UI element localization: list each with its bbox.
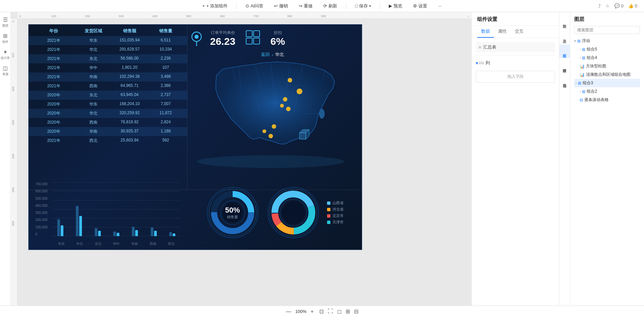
fit-screen-tool[interactable]: ⛶ — [327, 308, 334, 315]
floating-label: 浮动 — [582, 38, 590, 44]
table-row: 2020年东北63,945.042,737 — [29, 91, 187, 100]
table-cell: 2020年 — [32, 110, 76, 116]
table-cell: 2,236 — [148, 56, 184, 62]
layer-group2[interactable]: › ⊞ 组合2 — [574, 87, 640, 96]
donut1-center: 50% 销售量 — [225, 206, 240, 220]
ruler-tool[interactable]: ⊟ — [353, 308, 359, 315]
settings-btn[interactable]: ⚙ 设置 — [411, 0, 429, 12]
layers-icon: ☰ — [3, 17, 8, 23]
donut1-wrapper: 50% 销售量 — [206, 186, 260, 240]
actual-size-tool[interactable]: ◻ — [336, 308, 343, 315]
dashboard-canvas[interactable]: 年份 发货区域 销售额 销售量 2021年华东151,035.946,51120… — [28, 24, 362, 250]
table-cell: 2021年 — [32, 56, 76, 62]
star-icon[interactable]: ☆ — [606, 3, 610, 8]
table-cell: 2020年 — [32, 129, 76, 134]
save-btn[interactable]: □ 保存 ▾ — [353, 0, 373, 12]
comp-settings-body: ≡ 汇总表 ▾ iii 列 拖入字段 — [472, 38, 559, 317]
table-cell: 592 — [148, 138, 184, 144]
table-cell: 1,801.20 — [112, 65, 148, 71]
zoom-out-btn[interactable]: — — [285, 309, 293, 315]
table-cell: 25,603.94 — [112, 138, 148, 144]
sidebar-item-components[interactable]: ⊞ 组件 — [1, 31, 10, 46]
legend-tianjin-label: 天津市 — [332, 220, 344, 225]
bottom-bar: — 100% + ⊡ ⛶ ◻ ⊞ ⊟ — [0, 306, 644, 317]
legend-hebei-dot — [327, 208, 330, 211]
location-icon — [190, 30, 203, 50]
grid-tool[interactable]: ⊞ — [345, 308, 351, 315]
preview-btn[interactable]: ▶ 预览 — [387, 0, 404, 12]
layer-group3[interactable]: › ⊞ 组合3 — [574, 79, 640, 87]
layers-label: 图层 — [2, 24, 8, 28]
bar-group-dongbei — [90, 228, 106, 236]
refresh-btn[interactable]: ⟳ 刷新 — [321, 0, 339, 12]
layer-scroll-table[interactable]: ⊟ 逐条滚动表格 — [574, 96, 640, 104]
toolbar-sep-2 — [346, 3, 346, 9]
layer-map-chart[interactable]: 📊 涟漪散点和区域组合地图 — [574, 70, 640, 79]
svg-point-8 — [319, 109, 324, 118]
ruler-left: 0 100 200 300 400 500 600 — [11, 19, 18, 317]
col-collapse-icon[interactable]: ▾ — [476, 60, 478, 66]
save-dropdown-icon[interactable]: ▾ — [369, 4, 371, 8]
zoom-in-btn[interactable]: + — [309, 309, 315, 315]
panel-theme[interactable]: 主题 — [559, 30, 570, 43]
layer-group5[interactable]: › ⊞ 组合5 — [574, 45, 640, 54]
table-cell: 2020年 — [32, 92, 76, 98]
design-label: 设计库 — [1, 56, 10, 60]
layer-block-chart[interactable]: 📊 方块型柱图 — [574, 62, 640, 70]
tab-props[interactable]: 属性 — [494, 26, 511, 38]
map-chart-icon: 📊 — [580, 72, 585, 77]
share-icon[interactable]: ⤴ — [598, 3, 601, 8]
table-cell: 2021年 — [32, 138, 76, 144]
components-icon: ⊞ — [3, 33, 7, 39]
fit-selection-tool[interactable]: ⊡ — [318, 308, 325, 315]
sidebar-item-assets[interactable]: ◫ 资源 — [1, 63, 10, 78]
table-cell: 102,294.38 — [112, 74, 148, 80]
tab-interact[interactable]: 交互 — [511, 26, 528, 38]
data-source-label: 汇总表 — [483, 44, 496, 50]
layer-search-input[interactable] — [574, 26, 640, 34]
table-cell: 291,628.57 — [112, 47, 148, 53]
redo-btn[interactable]: ↪ 重做 — [297, 0, 315, 12]
table-cell: 320,259.92 — [112, 110, 148, 116]
data-source-item[interactable]: ≡ 汇总表 — [476, 42, 555, 52]
group4-label: 组合4 — [587, 55, 597, 61]
layer-group4[interactable]: › ⊞ 组合4 — [574, 54, 640, 62]
table-row: 2020年西南76,819.922,824 — [29, 118, 187, 127]
kpi-location — [190, 30, 203, 50]
panel-comp-settings[interactable]: 组件设置 — [559, 59, 570, 73]
group2-icon: ⊞ — [582, 89, 585, 94]
nav-arrow-icon: › — [272, 52, 273, 57]
like-count: 👍 0 — [628, 3, 637, 8]
ai-qa-btn[interactable]: ⊙ AI问答 — [243, 0, 265, 12]
sidebar-item-design[interactable]: ✦ 设计库 — [1, 47, 10, 62]
bar-group-huabei — [71, 206, 87, 236]
table-cell: 东北 — [76, 92, 112, 98]
drop-zone[interactable]: 拖入字段 — [476, 71, 555, 83]
table-header: 年份 发货区域 销售额 销售量 — [29, 28, 187, 36]
table-cell: 63,945.04 — [112, 92, 148, 98]
more-btn[interactable]: ··· — [436, 0, 444, 12]
panel-filter[interactable]: 筛选器 — [559, 74, 570, 88]
table-cell: 2,386 — [148, 83, 184, 89]
preview-icon: ▶ — [389, 3, 392, 8]
panel-data[interactable]: 数据 — [559, 15, 570, 28]
panel-layers[interactable]: 图层 — [559, 44, 570, 58]
svg-point-13 — [280, 104, 284, 107]
sidebar-item-layers[interactable]: ☰ 图层 — [1, 15, 10, 30]
group4-chevron: › — [580, 56, 581, 60]
group2-label: 组合2 — [587, 89, 597, 94]
bar-chart-container: 700,000 600,000 500,000 400,000 300,000 … — [32, 179, 184, 246]
tab-data[interactable]: 数据 — [477, 26, 494, 38]
toolbar-sep-1 — [236, 3, 237, 9]
china-map[interactable]: 返回 › 华北 — [183, 50, 362, 190]
layer-floating[interactable]: ▾ ⊞ 浮动 — [574, 37, 640, 45]
add-icon: + — [202, 3, 205, 8]
nav-back[interactable]: 返回 — [261, 52, 270, 58]
add-component-btn[interactable]: + + 添加组件 — [200, 0, 230, 12]
undo-btn[interactable]: ↩ 撤销 — [272, 0, 290, 12]
table-cell: 2020年 — [32, 101, 76, 107]
group3-icon: ⊞ — [578, 81, 581, 86]
section-divider-1 — [476, 55, 555, 55]
canvas-area[interactable]: 0 100 200 300 400 500 600 700 800 900 ↔ … — [11, 12, 471, 317]
group5-label: 组合5 — [587, 46, 597, 52]
